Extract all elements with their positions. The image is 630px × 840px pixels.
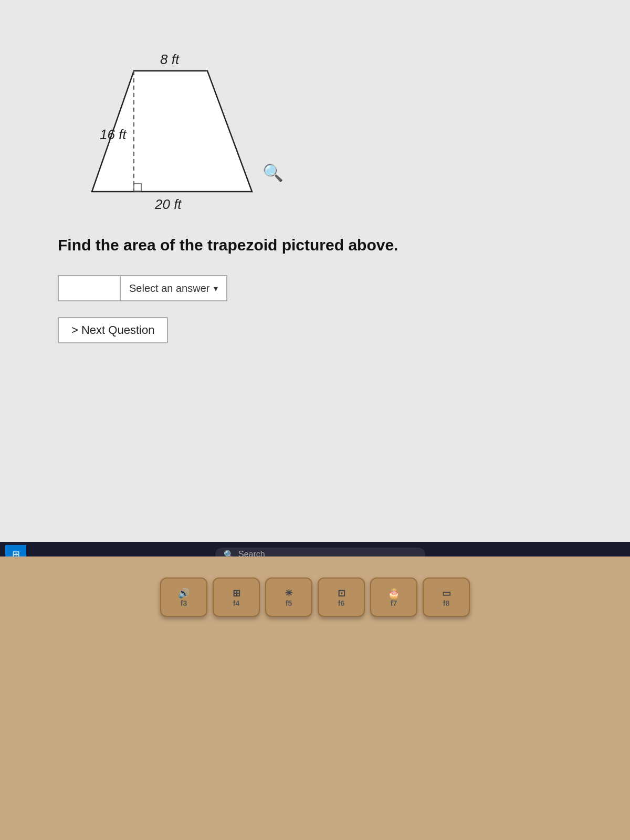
key-f6[interactable]: ⊡ f6	[318, 578, 365, 617]
next-question-label: > Next Question	[71, 323, 154, 337]
svg-text:16 ft: 16 ft	[100, 127, 127, 142]
answer-input-box	[58, 275, 121, 301]
dropdown-label: Select an answer	[129, 282, 209, 295]
key-f5[interactable]: ☀ f5	[265, 578, 312, 617]
chevron-down-icon: ▾	[214, 284, 218, 293]
select-answer-dropdown[interactable]: Select an answer ▾	[121, 275, 227, 301]
key-f8[interactable]: ▭ f8	[423, 578, 470, 617]
key-f3[interactable]: 🔊 f3	[160, 578, 207, 617]
next-question-button[interactable]: > Next Question	[58, 317, 168, 343]
question-text: Find the area of the trapezoid pictured …	[58, 236, 398, 254]
screen: 8 ft 16 ft 20 ft 🔍 Find the area of the …	[0, 0, 630, 551]
keyboard-row: 🔊 f3 ⊞ f4 ☀ f5 ⊡ f6 🎂 f7 ▭ f8	[160, 578, 470, 617]
answer-row: Select an answer ▾	[58, 275, 227, 301]
zoom-icon[interactable]: 🔍	[262, 163, 284, 183]
trapezoid-diagram: 8 ft 16 ft 20 ft 🔍	[52, 42, 315, 220]
svg-text:8 ft: 8 ft	[160, 51, 180, 67]
key-f7[interactable]: 🎂 f7	[370, 578, 417, 617]
svg-text:20 ft: 20 ft	[154, 196, 182, 212]
key-f4[interactable]: ⊞ f4	[213, 578, 260, 617]
laptop-body: 🔊 f3 ⊞ f4 ☀ f5 ⊡ f6 🎂 f7 ▭ f8	[0, 556, 630, 840]
